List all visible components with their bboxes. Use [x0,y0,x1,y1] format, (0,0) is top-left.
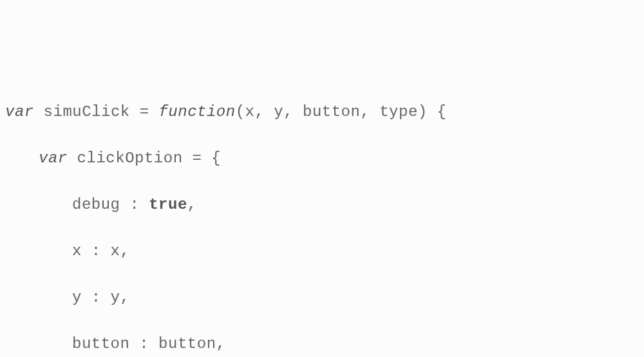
keyword-var: var [5,103,34,121]
code-line: debug : true, [5,193,639,217]
keyword-function: function [158,103,235,121]
code-editor[interactable]: var simuClick = function(x, y, button, t… [5,101,639,357]
code-line: y : y, [5,286,639,309]
code-line: var simuClick = function(x, y, button, t… [5,101,639,124]
code-line: var clickOption = { [5,147,639,170]
literal-true: true [149,196,187,213]
code-line: button : button, [5,333,639,356]
keyword-var: var [39,150,68,167]
code-line: x : x, [5,240,639,263]
